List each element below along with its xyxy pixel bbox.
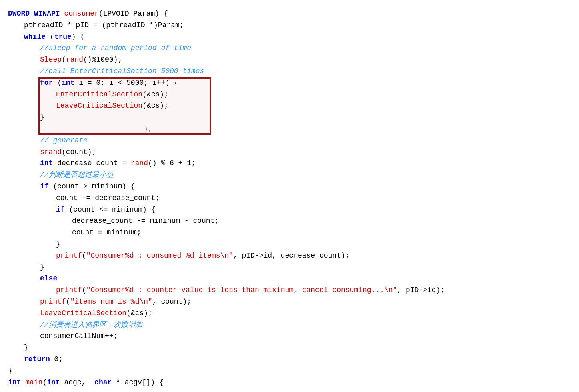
code-text: } bbox=[8, 365, 12, 377]
function-call: rand bbox=[131, 158, 148, 169]
keyword: int bbox=[8, 377, 21, 388]
code-line: LeaveCriticalSection(&cs); bbox=[8, 100, 571, 112]
code-line: consumerCallNum++; bbox=[8, 330, 571, 342]
function-call: printf bbox=[56, 250, 82, 262]
code-line: //消费者进入临界区，次数增加 bbox=[8, 319, 571, 331]
string-literal: "Consumer%d : consumed %d items\n" bbox=[86, 250, 233, 262]
code-line: while (true) { bbox=[8, 31, 571, 43]
code-text: , pID->id); bbox=[397, 284, 445, 296]
code-line: count -= decrease_count; bbox=[8, 192, 571, 204]
code-text: } bbox=[56, 238, 60, 250]
string-literal: "items num is %d\n" bbox=[70, 296, 152, 308]
code-line: int decrease_count = rand() % 6 + 1; bbox=[8, 158, 571, 169]
code-text: ( bbox=[82, 284, 86, 296]
code-text: } bbox=[40, 262, 44, 273]
code-text: pthreadID * pID = (pthreadID *)Param; bbox=[24, 20, 184, 31]
code-text: (&cs); bbox=[126, 308, 152, 319]
code-text: count = mininum; bbox=[72, 227, 141, 238]
code-line: decrease_count -= mininum - count; bbox=[8, 215, 571, 227]
comment-chinese: //消费者进入临界区，次数增加 bbox=[40, 319, 142, 331]
keyword: int bbox=[62, 77, 74, 89]
code-line: // generate bbox=[8, 135, 571, 146]
code-text: ( bbox=[66, 296, 70, 308]
code-text: ( bbox=[53, 77, 62, 89]
comment: // generate bbox=[40, 135, 88, 146]
code-line: } bbox=[8, 262, 571, 273]
code-line: } bbox=[8, 365, 571, 377]
code-line: } bbox=[8, 238, 571, 250]
code-line: DWORD WINAPI consumer(LPVOID Param) { bbox=[8, 8, 571, 20]
code-line: EnterCriticalSection(&cs); bbox=[8, 89, 571, 100]
code-text: (count); bbox=[62, 146, 96, 158]
code-text: } bbox=[40, 112, 44, 123]
function-call: printf bbox=[40, 296, 66, 308]
code-text: 0; bbox=[50, 354, 63, 365]
code-line: pthreadID * pID = (pthreadID *)Param; bbox=[8, 20, 571, 31]
string-literal: "Consumer%d : counter value is less than… bbox=[86, 284, 397, 296]
function-call: srand bbox=[40, 146, 62, 158]
code-line: return 0; bbox=[8, 354, 571, 365]
keyword: for bbox=[40, 77, 53, 89]
code-text: count -= decrease_count; bbox=[56, 192, 160, 204]
code-text: consumerCallNum++; bbox=[40, 330, 118, 342]
code-text: , pID->id, decrease_count); bbox=[233, 250, 350, 262]
code-text: () % 6 + 1; bbox=[148, 158, 196, 169]
code-text: (count > mininum) { bbox=[49, 181, 135, 192]
function-call: LeaveCriticalSection bbox=[40, 308, 126, 319]
highlight-region: for (int i = 0; i < 5000; i++) { EnterCr… bbox=[8, 77, 571, 135]
function-call: rand bbox=[66, 54, 83, 66]
comment: //sleep for a random period of time bbox=[40, 42, 191, 54]
keyword: DWORD WINAPI bbox=[8, 8, 64, 20]
code-text: decrease_count = bbox=[53, 158, 130, 169]
code-line: ), bbox=[8, 123, 571, 135]
code-line: printf("Consumer%d : consumed %d items\n… bbox=[8, 250, 571, 262]
code-line: if (count <= mininum) { bbox=[8, 204, 571, 216]
code-text: ( bbox=[62, 54, 66, 66]
code-text bbox=[21, 377, 25, 388]
code-text: } bbox=[24, 342, 28, 354]
code-text: ( bbox=[46, 31, 54, 43]
code-line: Sleep(rand()%1000); bbox=[8, 54, 571, 66]
code-container: DWORD WINAPI consumer(LPVOID Param) { pt… bbox=[0, 4, 579, 392]
function-call: Sleep bbox=[40, 54, 62, 66]
code-text: i = 0; i < 5000; i++) { bbox=[74, 77, 178, 89]
keyword: return bbox=[24, 354, 50, 365]
code-text: decrease_count -= mininum - count; bbox=[72, 215, 219, 227]
code-text: ( bbox=[42, 377, 47, 388]
comment-chinese: //判断是否超过最小值 bbox=[40, 169, 114, 181]
code-text: ), bbox=[40, 123, 152, 135]
code-line: if (count > mininum) { bbox=[8, 181, 571, 192]
keyword: if bbox=[56, 204, 65, 216]
keyword: while bbox=[24, 31, 46, 43]
keyword: if bbox=[40, 181, 49, 192]
code-line: else bbox=[8, 273, 571, 284]
code-line: count = mininum; bbox=[8, 227, 571, 238]
function-name: main bbox=[25, 377, 42, 388]
function-name: consumer bbox=[64, 8, 98, 20]
code-line: //sleep for a random period of time bbox=[8, 42, 571, 54]
function-call: EnterCriticalSection bbox=[56, 89, 142, 100]
code-text: (&cs); bbox=[142, 100, 168, 112]
code-text: (count <= mininum) { bbox=[65, 204, 156, 216]
keyword: true bbox=[54, 31, 72, 43]
code-text: ()%1000); bbox=[83, 54, 122, 66]
code-line: //call EnterCriticalSection 5000 times bbox=[8, 66, 571, 77]
keyword: else bbox=[40, 273, 57, 284]
function-call: printf bbox=[56, 284, 82, 296]
code-text: ) { bbox=[72, 31, 84, 43]
code-text: ( bbox=[82, 250, 86, 262]
code-text: acgc, bbox=[60, 377, 94, 388]
code-line: for (int i = 0; i < 5000; i++) { bbox=[8, 77, 571, 89]
code-text: (&cs); bbox=[142, 89, 168, 100]
keyword: char bbox=[94, 377, 112, 388]
code-line: LeaveCriticalSection(&cs); bbox=[8, 308, 571, 319]
code-line: } bbox=[8, 342, 571, 354]
code-line: printf("items num is %d\n", count); bbox=[8, 296, 571, 308]
function-call: LeaveCriticalSection bbox=[56, 100, 142, 112]
keyword: int bbox=[40, 158, 53, 169]
code-line: printf("Consumer%d : counter value is le… bbox=[8, 284, 571, 296]
code-line: } bbox=[8, 112, 571, 123]
comment: //call EnterCriticalSection 5000 times bbox=[40, 66, 204, 77]
code-text: * acgv[]) { bbox=[112, 377, 164, 388]
code-text: , count); bbox=[152, 296, 191, 308]
